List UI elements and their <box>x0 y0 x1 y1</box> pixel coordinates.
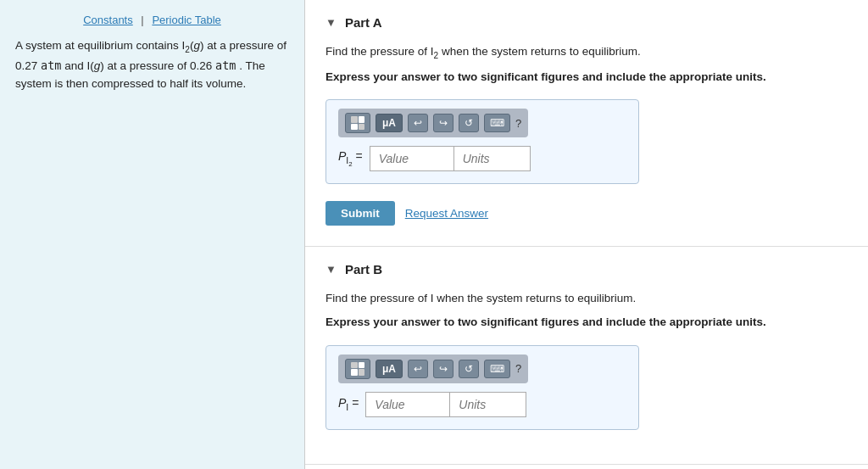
part-a-buttons-row: Submit Request Answer <box>326 201 848 226</box>
part-a-units-input[interactable] <box>454 146 531 171</box>
redo-icon: ↪ <box>439 117 448 129</box>
part-a-keyboard-button[interactable]: ⌨ <box>484 114 510 132</box>
problem-text: A system at equilibrium contains I2(g) a… <box>15 36 289 93</box>
part-a-help-icon[interactable]: ? <box>515 117 521 130</box>
part-a-answer-row: PI2 = <box>338 146 626 171</box>
keyboard-icon: ⌨ <box>490 117 504 129</box>
part-b-section: ▼ Part B Find the pressure of I when the… <box>305 247 868 465</box>
main-content: ▼ Part A Find the pressure of I2 when th… <box>305 0 868 469</box>
part-b-keyboard-button[interactable]: ⌨ <box>484 360 510 378</box>
separator: | <box>141 14 143 26</box>
part-a-mu-button[interactable]: μA <box>376 114 403 132</box>
sidebar: Constants | Periodic Table A system at e… <box>0 0 305 469</box>
part-a-redo-button[interactable]: ↪ <box>433 114 453 132</box>
part-b-title: Part B <box>345 262 382 276</box>
part-a-toolbar: μA ↩ ↪ ↺ ⌨ ? <box>338 109 528 137</box>
reset-icon-b: ↺ <box>465 363 473 375</box>
constants-link[interactable]: Constants <box>83 14 133 26</box>
part-a-description: Find the pressure of I2 when the system … <box>326 43 848 62</box>
undo-icon-b: ↩ <box>414 363 422 375</box>
part-a-undo-button[interactable]: ↩ <box>408 114 428 132</box>
part-a-header: ▼ Part A <box>326 15 848 30</box>
part-b-mu-button[interactable]: μA <box>376 360 403 378</box>
grid-icon <box>351 116 364 130</box>
part-a-section: ▼ Part A Find the pressure of I2 when th… <box>305 0 868 247</box>
part-b-answer-row: PI = <box>338 392 626 417</box>
part-b-redo-button[interactable]: ↪ <box>433 360 453 378</box>
grid-icon-b <box>351 362 364 376</box>
part-b-reset-button[interactable]: ↺ <box>459 360 479 378</box>
part-b-description: Find the pressure of I when the system r… <box>326 290 848 307</box>
part-a-grid-button[interactable] <box>345 113 370 133</box>
part-a-request-link[interactable]: Request Answer <box>405 207 488 220</box>
part-b-help-icon[interactable]: ? <box>515 362 521 375</box>
keyboard-icon-b: ⌨ <box>490 363 504 375</box>
part-a-answer-box: μA ↩ ↪ ↺ ⌨ ? PI2 = <box>326 99 639 184</box>
part-a-value-input[interactable] <box>370 146 454 171</box>
part-a-label: PI2 = <box>338 149 363 168</box>
part-b-toolbar: μA ↩ ↪ ↺ ⌨ ? <box>338 355 528 383</box>
part-a-submit-button[interactable]: Submit <box>326 201 395 226</box>
part-b-undo-button[interactable]: ↩ <box>408 360 428 378</box>
redo-icon-b: ↪ <box>439 363 448 375</box>
part-b-header: ▼ Part B <box>326 262 848 276</box>
part-b-collapse-arrow[interactable]: ▼ <box>326 263 337 276</box>
part-a-collapse-arrow[interactable]: ▼ <box>326 16 337 29</box>
part-b-instruction: Express your answer to two significant f… <box>326 314 848 331</box>
part-a-title: Part A <box>345 15 382 30</box>
undo-icon: ↩ <box>414 117 422 129</box>
part-b-value-input[interactable] <box>365 392 450 417</box>
part-a-instruction: Express your answer to two significant f… <box>326 69 848 86</box>
reset-icon: ↺ <box>465 117 473 129</box>
part-b-units-input[interactable] <box>450 392 526 417</box>
part-b-answer-box: μA ↩ ↪ ↺ ⌨ ? PI = <box>326 345 639 430</box>
sidebar-links: Constants | Periodic Table <box>15 14 289 26</box>
part-b-label: PI = <box>338 396 359 412</box>
part-b-grid-button[interactable] <box>345 359 370 379</box>
part-a-reset-button[interactable]: ↺ <box>459 114 479 132</box>
periodic-table-link[interactable]: Periodic Table <box>152 14 220 26</box>
